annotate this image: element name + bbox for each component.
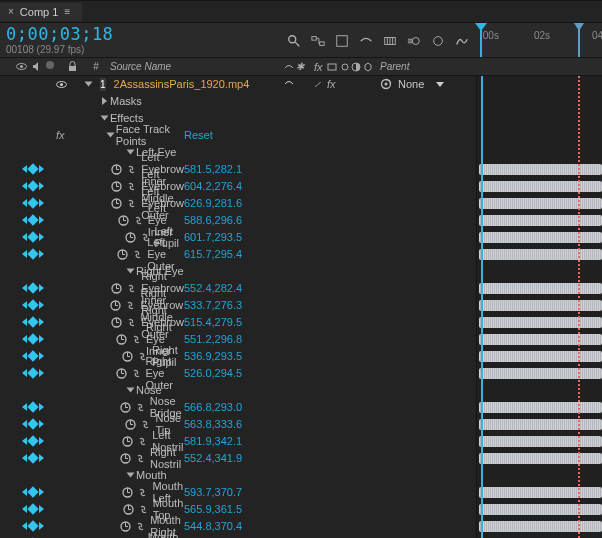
- reset-link[interactable]: Reset: [184, 129, 213, 141]
- property-value[interactable]: 604.2,276.4: [184, 180, 242, 192]
- property-value[interactable]: 588.6,296.6: [184, 214, 242, 226]
- work-area-end[interactable]: [578, 29, 580, 57]
- next-keyframe-icon[interactable]: [39, 335, 44, 343]
- keyframe-track[interactable]: [479, 402, 602, 413]
- prev-keyframe-icon[interactable]: [22, 335, 27, 343]
- property-row[interactable]: Right Eyebrow Outer515.4,279.5: [0, 314, 476, 331]
- stopwatch-icon[interactable]: [120, 453, 131, 464]
- keyframe-track[interactable]: [479, 521, 602, 532]
- prev-keyframe-icon[interactable]: [22, 505, 27, 513]
- link-dimensions-icon[interactable]: [137, 487, 148, 498]
- property-row[interactable]: Left Eye Outer615.7,295.4: [0, 246, 476, 263]
- prev-keyframe-icon[interactable]: [22, 182, 27, 190]
- property-row[interactable]: Mouth Right544.8,370.4: [0, 518, 476, 535]
- add-keyframe-icon[interactable]: [27, 163, 38, 174]
- shy-icon[interactable]: [358, 33, 374, 49]
- property-value[interactable]: 615.7,295.4: [184, 248, 242, 260]
- keyframe-track[interactable]: [479, 334, 602, 345]
- property-group[interactable]: Right Eye: [0, 263, 476, 280]
- next-keyframe-icon[interactable]: [39, 505, 44, 513]
- add-keyframe-icon[interactable]: [27, 180, 38, 191]
- stopwatch-icon[interactable]: [123, 504, 134, 515]
- property-value[interactable]: 552.4,341.9: [184, 452, 242, 464]
- next-keyframe-icon[interactable]: [39, 488, 44, 496]
- stopwatch-icon[interactable]: [120, 402, 131, 413]
- prev-keyframe-icon[interactable]: [22, 352, 27, 360]
- add-keyframe-icon[interactable]: [27, 401, 38, 412]
- keyframe-track[interactable]: [479, 215, 602, 226]
- prev-keyframe-icon[interactable]: [22, 318, 27, 326]
- keyframe-track[interactable]: [479, 232, 602, 243]
- link-dimensions-icon[interactable]: [135, 402, 146, 413]
- next-keyframe-icon[interactable]: [39, 352, 44, 360]
- pickwhip-icon[interactable]: [380, 78, 392, 90]
- effects-row[interactable]: Effects: [0, 110, 476, 127]
- link-dimensions-icon[interactable]: [138, 504, 149, 515]
- stopwatch-icon[interactable]: [116, 368, 127, 379]
- property-name[interactable]: Mouth Bottom: [148, 531, 184, 538]
- shy-toggle[interactable]: [284, 78, 294, 90]
- property-value[interactable]: 515.4,279.5: [184, 316, 242, 328]
- effect-row[interactable]: fxFace Track PointsReset: [0, 127, 476, 144]
- tab-menu-icon[interactable]: ≡: [64, 6, 70, 17]
- add-keyframe-icon[interactable]: [27, 520, 38, 531]
- next-keyframe-icon[interactable]: [39, 454, 44, 462]
- add-keyframe-icon[interactable]: [27, 282, 38, 293]
- prev-keyframe-icon[interactable]: [22, 250, 27, 258]
- prev-keyframe-icon[interactable]: [22, 437, 27, 445]
- layer-row[interactable]: 12AssassinsParis_1920.mp4⟋fxNone: [0, 76, 476, 93]
- property-row[interactable]: Nose Tip563.8,333.6: [0, 416, 476, 433]
- add-keyframe-icon[interactable]: [27, 214, 38, 225]
- twirl-icon[interactable]: [85, 82, 93, 87]
- property-row[interactable]: Left Pupil601.7,293.5: [0, 229, 476, 246]
- timeline-tracks[interactable]: [476, 76, 602, 538]
- twirl-icon[interactable]: [127, 473, 135, 478]
- link-dimensions-icon[interactable]: [133, 215, 144, 226]
- keyframe-track[interactable]: [479, 453, 602, 464]
- property-value[interactable]: 551.2,296.8: [184, 333, 242, 345]
- brainstorm-icon[interactable]: [430, 33, 446, 49]
- next-keyframe-icon[interactable]: [39, 182, 44, 190]
- prev-keyframe-icon[interactable]: [22, 216, 27, 224]
- work-area-end-line[interactable]: [578, 76, 580, 538]
- next-keyframe-icon[interactable]: [39, 216, 44, 224]
- add-keyframe-icon[interactable]: [27, 350, 38, 361]
- keyframe-track[interactable]: [479, 504, 602, 515]
- link-dimensions-icon[interactable]: [135, 521, 146, 532]
- property-group[interactable]: Mouth: [0, 467, 476, 484]
- add-keyframe-icon[interactable]: [27, 333, 38, 344]
- property-value[interactable]: 626.9,281.6: [184, 197, 242, 209]
- stopwatch-icon[interactable]: [117, 249, 128, 260]
- property-value[interactable]: 593.7,370.7: [184, 486, 242, 498]
- prev-keyframe-icon[interactable]: [22, 199, 27, 207]
- next-keyframe-icon[interactable]: [39, 165, 44, 173]
- property-value[interactable]: 533.7,276.3: [184, 299, 242, 311]
- source-name-column[interactable]: Source Name: [106, 61, 284, 72]
- twirl-icon[interactable]: [106, 133, 114, 138]
- next-keyframe-icon[interactable]: [39, 403, 44, 411]
- motion-blur-icon[interactable]: [406, 33, 422, 49]
- property-group[interactable]: Left Eye: [0, 144, 476, 161]
- stopwatch-icon[interactable]: [125, 419, 136, 430]
- prev-keyframe-icon[interactable]: [22, 420, 27, 428]
- property-value[interactable]: 566.8,293.0: [184, 401, 242, 413]
- link-dimensions-icon[interactable]: [140, 419, 151, 430]
- keyframe-track[interactable]: [479, 317, 602, 328]
- property-row[interactable]: Right Eye Outer526.0,294.5: [0, 365, 476, 382]
- fx-badge[interactable]: fx: [56, 129, 65, 141]
- property-value[interactable]: 601.7,293.5: [184, 231, 242, 243]
- property-row[interactable]: Left Nostril581.9,342.1: [0, 433, 476, 450]
- stopwatch-icon[interactable]: [116, 334, 127, 345]
- property-value[interactable]: 552.4,282.4: [184, 282, 242, 294]
- prev-keyframe-icon[interactable]: [22, 284, 27, 292]
- next-keyframe-icon[interactable]: [39, 233, 44, 241]
- add-keyframe-icon[interactable]: [27, 452, 38, 463]
- property-value[interactable]: 581.5,282.1: [184, 163, 242, 175]
- property-value[interactable]: 565.9,361.5: [184, 503, 242, 515]
- prev-keyframe-icon[interactable]: [22, 403, 27, 411]
- link-dimensions-icon[interactable]: [131, 368, 142, 379]
- link-dimensions-icon[interactable]: [137, 436, 148, 447]
- panel-menu-icon[interactable]: ×: [8, 6, 14, 17]
- property-row[interactable]: Nose Bridge566.8,293.0: [0, 399, 476, 416]
- link-dimensions-icon[interactable]: [131, 334, 142, 345]
